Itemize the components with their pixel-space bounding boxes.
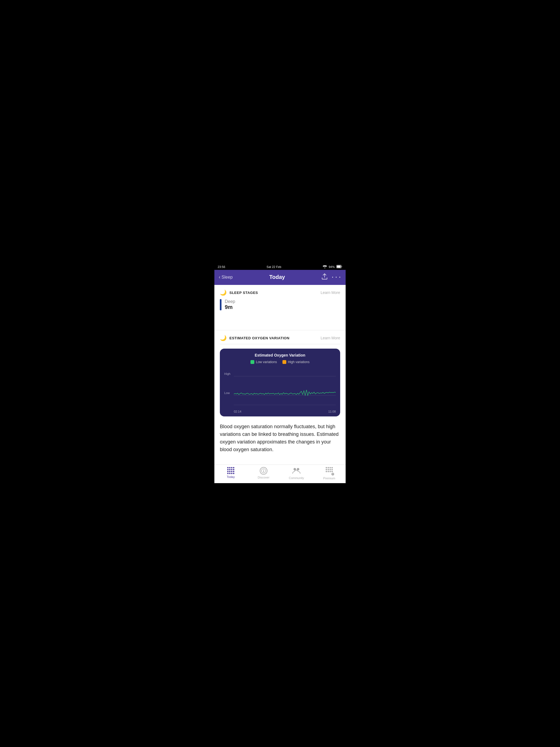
- battery-text: 94%: [329, 265, 335, 268]
- status-date: Sat 22 Feb: [266, 265, 281, 268]
- sleep-stages-learn-more[interactable]: Learn More: [321, 290, 340, 295]
- chart-legend: Low variations High variations: [224, 360, 336, 364]
- share-icon[interactable]: [322, 273, 328, 281]
- legend-low: Low variations: [251, 360, 277, 364]
- high-variations-label: High variations: [288, 360, 309, 364]
- sleep-stages-header: 🌙 SLEEP STAGES Learn More: [220, 289, 340, 296]
- oxygen-variation-section: 🌙 ESTIMATED OXYGEN VARIATION Learn More …: [214, 330, 346, 465]
- legend-high: High variations: [282, 360, 309, 364]
- sleep-stage-item: Deep 9m: [220, 299, 340, 310]
- more-options-icon[interactable]: ● ● ●: [332, 276, 341, 278]
- bottom-navigation: Today Discover: [214, 465, 346, 483]
- moon-icon-2: 🌙: [220, 335, 227, 341]
- chart-y-label-low: Low: [224, 391, 230, 394]
- nav-item-today[interactable]: Today: [214, 467, 247, 480]
- chart-time-labels: 02:14 11:08: [224, 410, 336, 413]
- oxygen-chart: Estimated Oxygen Variation Low variation…: [220, 349, 340, 416]
- header-actions: ● ● ●: [322, 273, 341, 281]
- back-chevron-icon: ‹: [219, 274, 221, 280]
- stage-value: 9m: [225, 304, 235, 310]
- low-variations-label: Low variations: [256, 360, 277, 364]
- premium-label: Premium: [323, 476, 335, 480]
- nav-item-discover[interactable]: Discover: [247, 467, 280, 480]
- svg-point-10: [297, 468, 299, 470]
- sleep-stages-title: SLEEP STAGES: [229, 291, 258, 295]
- nav-item-premium[interactable]: + Premium: [313, 467, 346, 480]
- low-variations-dot: [251, 360, 254, 364]
- stage-bar-deep: [220, 299, 222, 310]
- sleep-stages-section: 🌙 SLEEP STAGES Learn More Deep 9m: [214, 285, 346, 330]
- discover-label: Discover: [258, 476, 270, 479]
- premium-icon: +: [326, 467, 333, 475]
- device-frame: 23:56 Sat 22 Feb 94%: [214, 264, 346, 483]
- svg-rect-2: [337, 265, 341, 268]
- svg-marker-8: [263, 471, 264, 472]
- high-variations-dot: [282, 360, 286, 364]
- status-bar: 23:56 Sat 22 Feb 94%: [214, 264, 346, 270]
- oxygen-section-header: 🌙 ESTIMATED OXYGEN VARIATION Learn More: [220, 335, 340, 344]
- oxygen-learn-more[interactable]: Learn More: [321, 336, 340, 340]
- community-icon: [292, 467, 301, 475]
- header-title: Today: [269, 274, 285, 280]
- chart-area: High Low: [224, 369, 336, 408]
- chart-y-label-high: High: [224, 372, 230, 376]
- back-label: Sleep: [222, 275, 233, 280]
- stage-info: Deep 9m: [225, 299, 235, 310]
- status-time: 23:56: [218, 265, 225, 268]
- community-label: Community: [289, 476, 304, 480]
- svg-marker-7: [263, 469, 264, 471]
- wifi-icon: [323, 265, 327, 269]
- battery-icon: [336, 265, 342, 269]
- svg-point-0: [324, 268, 325, 268]
- app-container: ‹ Sleep Today ● ● ● 🌙: [214, 270, 346, 483]
- chart-svg-wrapper: [234, 369, 336, 408]
- main-content: 🌙 SLEEP STAGES Learn More Deep 9m: [214, 285, 346, 465]
- chart-time-end: 11:08: [328, 410, 336, 413]
- oxygen-section-title: ESTIMATED OXYGEN VARIATION: [229, 336, 289, 340]
- moon-icon: 🌙: [220, 289, 227, 296]
- app-header: ‹ Sleep Today ● ● ●: [214, 270, 346, 285]
- stage-label: Deep: [225, 299, 235, 304]
- nav-item-community[interactable]: Community: [280, 467, 313, 480]
- today-icon: [227, 467, 234, 474]
- discover-icon: [260, 467, 268, 475]
- chart-title: Estimated Oxygen Variation: [224, 353, 336, 357]
- back-button[interactable]: ‹ Sleep: [219, 274, 233, 280]
- chart-time-start: 02:14: [234, 410, 241, 413]
- oxygen-description: Blood oxygen saturation normally fluctua…: [220, 422, 340, 459]
- today-label: Today: [227, 475, 235, 479]
